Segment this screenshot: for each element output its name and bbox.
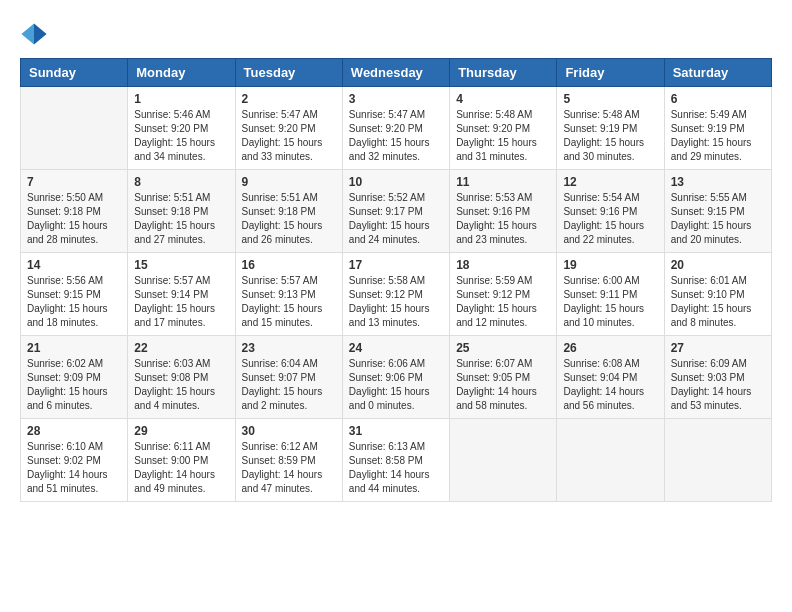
calendar-cell: 13Sunrise: 5:55 AM Sunset: 9:15 PM Dayli… <box>664 170 771 253</box>
day-number: 29 <box>134 424 228 438</box>
calendar-cell: 31Sunrise: 6:13 AM Sunset: 8:58 PM Dayli… <box>342 419 449 502</box>
cell-content: Sunrise: 5:59 AM Sunset: 9:12 PM Dayligh… <box>456 274 550 330</box>
calendar-week-2: 7Sunrise: 5:50 AM Sunset: 9:18 PM Daylig… <box>21 170 772 253</box>
calendar-cell: 28Sunrise: 6:10 AM Sunset: 9:02 PM Dayli… <box>21 419 128 502</box>
calendar-cell <box>557 419 664 502</box>
cell-content: Sunrise: 5:51 AM Sunset: 9:18 PM Dayligh… <box>242 191 336 247</box>
cell-content: Sunrise: 5:56 AM Sunset: 9:15 PM Dayligh… <box>27 274 121 330</box>
calendar-cell: 30Sunrise: 6:12 AM Sunset: 8:59 PM Dayli… <box>235 419 342 502</box>
cell-content: Sunrise: 6:00 AM Sunset: 9:11 PM Dayligh… <box>563 274 657 330</box>
calendar-cell: 18Sunrise: 5:59 AM Sunset: 9:12 PM Dayli… <box>450 253 557 336</box>
calendar-header-friday: Friday <box>557 59 664 87</box>
cell-content: Sunrise: 6:12 AM Sunset: 8:59 PM Dayligh… <box>242 440 336 496</box>
logo-icon <box>20 20 48 48</box>
svg-marker-0 <box>34 24 47 45</box>
calendar-cell: 26Sunrise: 6:08 AM Sunset: 9:04 PM Dayli… <box>557 336 664 419</box>
day-number: 21 <box>27 341 121 355</box>
day-number: 27 <box>671 341 765 355</box>
day-number: 24 <box>349 341 443 355</box>
day-number: 30 <box>242 424 336 438</box>
calendar-cell: 12Sunrise: 5:54 AM Sunset: 9:16 PM Dayli… <box>557 170 664 253</box>
cell-content: Sunrise: 5:57 AM Sunset: 9:14 PM Dayligh… <box>134 274 228 330</box>
calendar-week-5: 28Sunrise: 6:10 AM Sunset: 9:02 PM Dayli… <box>21 419 772 502</box>
cell-content: Sunrise: 5:53 AM Sunset: 9:16 PM Dayligh… <box>456 191 550 247</box>
day-number: 25 <box>456 341 550 355</box>
cell-content: Sunrise: 6:06 AM Sunset: 9:06 PM Dayligh… <box>349 357 443 413</box>
calendar-cell: 2Sunrise: 5:47 AM Sunset: 9:20 PM Daylig… <box>235 87 342 170</box>
cell-content: Sunrise: 5:47 AM Sunset: 9:20 PM Dayligh… <box>349 108 443 164</box>
calendar-cell: 8Sunrise: 5:51 AM Sunset: 9:18 PM Daylig… <box>128 170 235 253</box>
calendar-cell: 27Sunrise: 6:09 AM Sunset: 9:03 PM Dayli… <box>664 336 771 419</box>
cell-content: Sunrise: 5:49 AM Sunset: 9:19 PM Dayligh… <box>671 108 765 164</box>
day-number: 4 <box>456 92 550 106</box>
cell-content: Sunrise: 5:52 AM Sunset: 9:17 PM Dayligh… <box>349 191 443 247</box>
day-number: 1 <box>134 92 228 106</box>
logo <box>20 20 52 48</box>
calendar-cell: 25Sunrise: 6:07 AM Sunset: 9:05 PM Dayli… <box>450 336 557 419</box>
cell-content: Sunrise: 6:11 AM Sunset: 9:00 PM Dayligh… <box>134 440 228 496</box>
calendar-cell: 16Sunrise: 5:57 AM Sunset: 9:13 PM Dayli… <box>235 253 342 336</box>
calendar-cell: 7Sunrise: 5:50 AM Sunset: 9:18 PM Daylig… <box>21 170 128 253</box>
day-number: 18 <box>456 258 550 272</box>
calendar-week-4: 21Sunrise: 6:02 AM Sunset: 9:09 PM Dayli… <box>21 336 772 419</box>
calendar-header-thursday: Thursday <box>450 59 557 87</box>
day-number: 6 <box>671 92 765 106</box>
cell-content: Sunrise: 5:46 AM Sunset: 9:20 PM Dayligh… <box>134 108 228 164</box>
calendar-cell: 10Sunrise: 5:52 AM Sunset: 9:17 PM Dayli… <box>342 170 449 253</box>
day-number: 3 <box>349 92 443 106</box>
day-number: 12 <box>563 175 657 189</box>
calendar-cell: 24Sunrise: 6:06 AM Sunset: 9:06 PM Dayli… <box>342 336 449 419</box>
cell-content: Sunrise: 6:13 AM Sunset: 8:58 PM Dayligh… <box>349 440 443 496</box>
cell-content: Sunrise: 6:04 AM Sunset: 9:07 PM Dayligh… <box>242 357 336 413</box>
cell-content: Sunrise: 6:03 AM Sunset: 9:08 PM Dayligh… <box>134 357 228 413</box>
day-number: 26 <box>563 341 657 355</box>
day-number: 13 <box>671 175 765 189</box>
calendar-cell: 19Sunrise: 6:00 AM Sunset: 9:11 PM Dayli… <box>557 253 664 336</box>
day-number: 2 <box>242 92 336 106</box>
cell-content: Sunrise: 5:54 AM Sunset: 9:16 PM Dayligh… <box>563 191 657 247</box>
day-number: 7 <box>27 175 121 189</box>
day-number: 28 <box>27 424 121 438</box>
day-number: 10 <box>349 175 443 189</box>
calendar-header-row: SundayMondayTuesdayWednesdayThursdayFrid… <box>21 59 772 87</box>
day-number: 20 <box>671 258 765 272</box>
cell-content: Sunrise: 5:47 AM Sunset: 9:20 PM Dayligh… <box>242 108 336 164</box>
calendar-header-saturday: Saturday <box>664 59 771 87</box>
day-number: 16 <box>242 258 336 272</box>
calendar-cell: 14Sunrise: 5:56 AM Sunset: 9:15 PM Dayli… <box>21 253 128 336</box>
day-number: 9 <box>242 175 336 189</box>
cell-content: Sunrise: 5:57 AM Sunset: 9:13 PM Dayligh… <box>242 274 336 330</box>
cell-content: Sunrise: 6:09 AM Sunset: 9:03 PM Dayligh… <box>671 357 765 413</box>
calendar-cell: 20Sunrise: 6:01 AM Sunset: 9:10 PM Dayli… <box>664 253 771 336</box>
cell-content: Sunrise: 6:07 AM Sunset: 9:05 PM Dayligh… <box>456 357 550 413</box>
day-number: 31 <box>349 424 443 438</box>
cell-content: Sunrise: 6:02 AM Sunset: 9:09 PM Dayligh… <box>27 357 121 413</box>
calendar-week-1: 1Sunrise: 5:46 AM Sunset: 9:20 PM Daylig… <box>21 87 772 170</box>
cell-content: Sunrise: 5:51 AM Sunset: 9:18 PM Dayligh… <box>134 191 228 247</box>
calendar-cell: 4Sunrise: 5:48 AM Sunset: 9:20 PM Daylig… <box>450 87 557 170</box>
calendar-cell: 11Sunrise: 5:53 AM Sunset: 9:16 PM Dayli… <box>450 170 557 253</box>
day-number: 19 <box>563 258 657 272</box>
calendar-header-tuesday: Tuesday <box>235 59 342 87</box>
calendar-cell: 29Sunrise: 6:11 AM Sunset: 9:00 PM Dayli… <box>128 419 235 502</box>
cell-content: Sunrise: 5:48 AM Sunset: 9:20 PM Dayligh… <box>456 108 550 164</box>
day-number: 15 <box>134 258 228 272</box>
calendar-cell: 6Sunrise: 5:49 AM Sunset: 9:19 PM Daylig… <box>664 87 771 170</box>
calendar-table: SundayMondayTuesdayWednesdayThursdayFrid… <box>20 58 772 502</box>
day-number: 14 <box>27 258 121 272</box>
day-number: 17 <box>349 258 443 272</box>
day-number: 8 <box>134 175 228 189</box>
calendar-cell: 17Sunrise: 5:58 AM Sunset: 9:12 PM Dayli… <box>342 253 449 336</box>
calendar-cell: 23Sunrise: 6:04 AM Sunset: 9:07 PM Dayli… <box>235 336 342 419</box>
svg-marker-1 <box>21 24 34 45</box>
calendar-cell: 5Sunrise: 5:48 AM Sunset: 9:19 PM Daylig… <box>557 87 664 170</box>
cell-content: Sunrise: 5:50 AM Sunset: 9:18 PM Dayligh… <box>27 191 121 247</box>
calendar-week-3: 14Sunrise: 5:56 AM Sunset: 9:15 PM Dayli… <box>21 253 772 336</box>
calendar-cell <box>21 87 128 170</box>
cell-content: Sunrise: 5:58 AM Sunset: 9:12 PM Dayligh… <box>349 274 443 330</box>
day-number: 5 <box>563 92 657 106</box>
calendar-cell <box>450 419 557 502</box>
page-header <box>20 20 772 48</box>
day-number: 23 <box>242 341 336 355</box>
calendar-cell: 1Sunrise: 5:46 AM Sunset: 9:20 PM Daylig… <box>128 87 235 170</box>
